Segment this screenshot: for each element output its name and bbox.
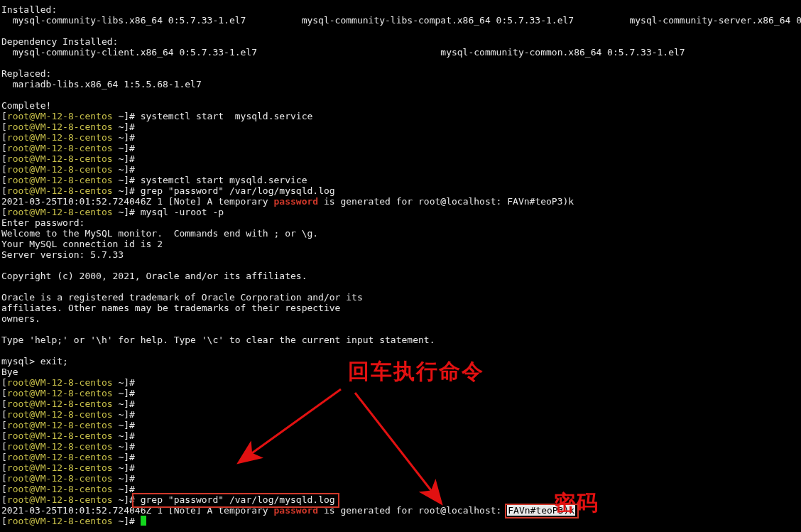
terminal-line: mysql-community-libs.x86_64 0:5.7.33-1.e… <box>1 15 801 26</box>
prompt-host: root@VM-12-8-centos <box>7 207 113 217</box>
terminal-line <box>1 345 801 356</box>
prompt-host: root@VM-12-8-centos <box>7 430 113 441</box>
password-keyword: password <box>274 196 319 207</box>
prompt-host: root@VM-12-8-centos <box>7 111 113 121</box>
prompt-host: root@VM-12-8-centos <box>7 420 113 430</box>
prompt-host: root@VM-12-8-centos <box>7 164 113 175</box>
prompt-host: root@VM-12-8-centos <box>7 409 113 420</box>
terminal-line: Server version: 5.7.33 <box>1 249 801 260</box>
prompt-command: grep "password" /var/log/mysqld.log <box>135 494 335 505</box>
terminal-line: mariadb-libs.x86_64 1:5.5.68-1.el7 <box>1 79 801 89</box>
prompt-host: root@VM-12-8-centos <box>7 452 113 462</box>
terminal-line: mysql> exit; <box>1 356 801 367</box>
prompt-host: root@VM-12-8-centos <box>7 462 113 473</box>
terminal-line: 2021-03-25T10:01:52.724046Z 1 [Note] A t… <box>1 505 801 516</box>
terminal-line: Welcome to the MySQL monitor. Commands e… <box>1 228 801 239</box>
terminal-line: [root@VM-12-8-centos ~]# systemctl start… <box>1 111 801 121</box>
terminal-line: Complete! <box>1 100 801 111</box>
terminal-line: [root@VM-12-8-centos ~]# <box>1 398 801 409</box>
terminal-line: affiliates. Other names may be trademark… <box>1 303 801 313</box>
terminal-line: [root@VM-12-8-centos ~]# <box>1 164 801 175</box>
terminal-line: [root@VM-12-8-centos ~]# <box>1 153 801 164</box>
prompt-host: root@VM-12-8-centos <box>7 473 113 484</box>
terminal-line: Dependency Installed: <box>1 36 801 47</box>
prompt-command: mysql -uroot -p <box>135 207 224 217</box>
terminal-line: [root@VM-12-8-centos ~]# <box>1 420 801 430</box>
terminal-line: Bye <box>1 367 801 377</box>
prompt-host: root@VM-12-8-centos <box>7 143 113 153</box>
terminal-line <box>1 89 801 100</box>
prompt-command: grep "password" /var/log/mysqld.log <box>135 185 335 196</box>
terminal-line: [root@VM-12-8-centos ~]# <box>1 462 801 473</box>
terminal-line: [root@VM-12-8-centos ~]# <box>1 441 801 452</box>
terminal-line <box>1 26 801 36</box>
password-keyword: password <box>274 505 319 516</box>
terminal-line: 2021-03-25T10:01:52.724046Z 1 [Note] A t… <box>1 196 801 207</box>
terminal-line: [root@VM-12-8-centos ~]# <box>1 409 801 420</box>
prompt-command <box>135 516 141 526</box>
prompt-host: root@VM-12-8-centos <box>7 484 113 494</box>
terminal-line: [root@VM-12-8-centos ~]# <box>1 121 801 132</box>
prompt-host: root@VM-12-8-centos <box>7 377 113 388</box>
prompt-host: root@VM-12-8-centos <box>7 398 113 409</box>
terminal-line: [root@VM-12-8-centos ~]# <box>1 377 801 388</box>
terminal-line: Type 'help;' or '\h' for help. Type '\c'… <box>1 335 801 345</box>
prompt-host: root@VM-12-8-centos <box>7 132 113 143</box>
terminal-line: [root@VM-12-8-centos ~]# <box>1 484 801 494</box>
prompt-command: systemctl start mysqld.service <box>135 111 312 121</box>
terminal-cursor <box>141 516 146 526</box>
terminal-line: Replaced: <box>1 68 801 79</box>
terminal-line: [root@VM-12-8-centos ~]# grep "password"… <box>1 185 801 196</box>
prompt-host: root@VM-12-8-centos <box>7 441 113 452</box>
terminal-line: [root@VM-12-8-centos ~]# <box>1 388 801 398</box>
prompt-host: root@VM-12-8-centos <box>7 494 113 505</box>
terminal-line: [root@VM-12-8-centos ~]# <box>1 132 801 143</box>
prompt-host: root@VM-12-8-centos <box>7 388 113 398</box>
terminal-line <box>1 260 801 271</box>
terminal-line <box>1 58 801 68</box>
terminal-line <box>1 324 801 335</box>
terminal-line: Installed: <box>1 4 801 15</box>
terminal-line: [root@VM-12-8-centos ~]# <box>1 143 801 153</box>
terminal-line: [root@VM-12-8-centos ~]# <box>1 516 801 526</box>
terminal-line: Oracle is a registered trademark of Orac… <box>1 292 801 303</box>
terminal-line: Your MySQL connection id is 2 <box>1 239 801 249</box>
terminal-line: owners. <box>1 313 801 324</box>
terminal-output[interactable]: Installed: mysql-community-libs.x86_64 0… <box>1 4 801 526</box>
terminal-line: [root@VM-12-8-centos ~]# grep "password"… <box>1 494 801 505</box>
terminal-line: mysql-community-client.x86_64 0:5.7.33-1… <box>1 47 801 58</box>
prompt-command: systemctl start mysqld.service <box>135 175 307 185</box>
prompt-host: root@VM-12-8-centos <box>7 153 113 164</box>
terminal-line: Enter password: <box>1 217 801 228</box>
prompt-host: root@VM-12-8-centos <box>7 516 113 526</box>
terminal-line <box>1 281 801 292</box>
terminal-line: Copyright (c) 2000, 2021, Oracle and/or … <box>1 271 801 281</box>
terminal-line: [root@VM-12-8-centos ~]# <box>1 452 801 462</box>
prompt-host: root@VM-12-8-centos <box>7 121 113 132</box>
terminal-line: [root@VM-12-8-centos ~]# systemctl start… <box>1 175 801 185</box>
generated-password: FAVn#teoP3)k <box>507 505 575 516</box>
prompt-host: root@VM-12-8-centos <box>7 185 113 196</box>
terminal-line: [root@VM-12-8-centos ~]# mysql -uroot -p <box>1 207 801 217</box>
terminal-line: [root@VM-12-8-centos ~]# <box>1 430 801 441</box>
prompt-host: root@VM-12-8-centos <box>7 175 113 185</box>
terminal-line: [root@VM-12-8-centos ~]# <box>1 473 801 484</box>
